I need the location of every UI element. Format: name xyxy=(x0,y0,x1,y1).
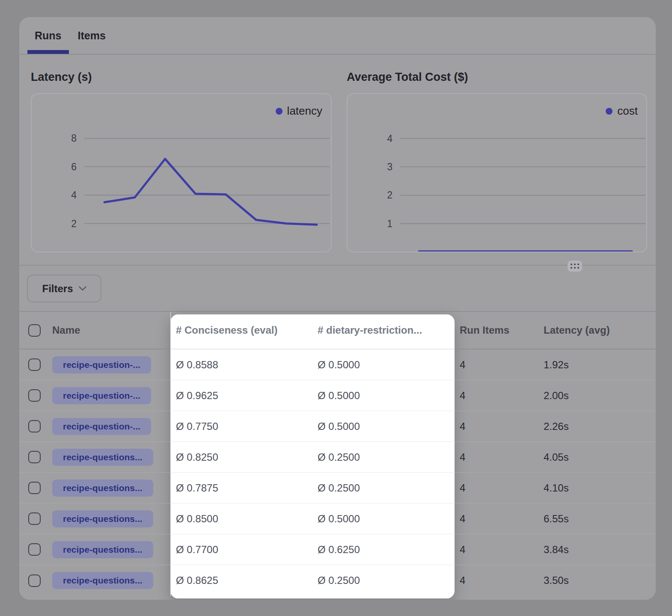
tab-runs-label: Runs xyxy=(35,30,62,42)
tab-items-label: Items xyxy=(78,30,106,42)
run-items-value: 4 xyxy=(455,411,538,442)
latency-value: 2.00s xyxy=(538,380,656,411)
latency-legend-label: latency xyxy=(287,104,322,118)
latency-value: 3.50s xyxy=(538,565,656,596)
table-row: recipe-questions... Ø 0.8625 Ø 0.2500 4 … xyxy=(19,565,656,596)
run-name-pill[interactable]: recipe-question-... xyxy=(52,356,151,373)
filters-button[interactable]: Filters xyxy=(27,275,101,302)
latency-value: 3.84s xyxy=(538,534,656,565)
conciseness-value: Ø 0.8625 xyxy=(170,565,312,596)
run-items-value: 4 xyxy=(455,565,538,596)
cost-chart-title: Average Total Cost ($) xyxy=(347,71,468,84)
row-checkbox[interactable] xyxy=(28,512,41,525)
latency-legend: latency xyxy=(276,104,322,118)
conciseness-value: Ø 0.8250 xyxy=(170,442,312,473)
column-header-name: Name xyxy=(52,312,170,349)
run-name-pill[interactable]: recipe-questions... xyxy=(52,572,153,589)
table-row: recipe-question-... Ø 0.7750 Ø 0.5000 4 … xyxy=(19,411,656,442)
latency-value: 4.05s xyxy=(538,442,656,473)
run-items-value: 4 xyxy=(455,503,538,534)
conciseness-value: Ø 0.7750 xyxy=(170,411,312,442)
latency-legend-dot-icon xyxy=(276,108,282,115)
dietary-value: Ø 0.2500 xyxy=(312,565,455,596)
svg-text:6: 6 xyxy=(71,161,77,172)
latency-chart-title: Latency (s) xyxy=(31,71,92,84)
dietary-value: Ø 0.2500 xyxy=(312,442,455,473)
drag-handle-icon[interactable] xyxy=(568,261,582,272)
svg-text:4: 4 xyxy=(71,190,77,201)
row-checkbox[interactable] xyxy=(28,451,41,463)
run-items-value: 4 xyxy=(455,534,538,565)
table-row: recipe-questions... Ø 0.8250 Ø 0.2500 4 … xyxy=(19,442,656,473)
column-header-run-items: Run Items xyxy=(455,312,538,349)
tab-runs[interactable]: Runs xyxy=(27,17,69,54)
svg-text:8: 8 xyxy=(71,133,77,144)
row-checkbox[interactable] xyxy=(28,389,41,402)
run-items-value: 4 xyxy=(455,473,538,503)
svg-text:2: 2 xyxy=(387,190,392,201)
dietary-value: Ø 0.5000 xyxy=(312,349,455,380)
run-name-pill[interactable]: recipe-questions... xyxy=(52,541,153,558)
cost-chart-card: 1234 cost xyxy=(347,93,647,252)
row-checkbox[interactable] xyxy=(28,575,41,587)
cost-line-chart: 1234 xyxy=(348,94,646,252)
run-name-pill[interactable]: recipe-question-... xyxy=(52,418,151,435)
dietary-value: Ø 0.6250 xyxy=(312,534,455,565)
run-items-value: 4 xyxy=(455,380,538,411)
cost-legend-dot-icon xyxy=(606,108,613,115)
latency-value: 1.92s xyxy=(538,349,656,380)
chevron-down-icon xyxy=(79,286,86,291)
run-items-value: 4 xyxy=(455,349,538,380)
latency-chart-card: 2468 latency xyxy=(31,93,332,252)
column-header-conciseness: # Conciseness (eval) xyxy=(170,312,312,349)
conciseness-value: Ø 0.9625 xyxy=(170,380,312,411)
conciseness-value: Ø 0.8588 xyxy=(170,349,312,380)
run-name-pill[interactable]: recipe-question-... xyxy=(52,387,151,404)
cost-legend: cost xyxy=(606,104,638,118)
run-name-pill[interactable]: recipe-questions... xyxy=(52,480,153,497)
latency-value: 4.10s xyxy=(538,473,656,503)
run-name-pill[interactable]: recipe-questions... xyxy=(52,449,153,466)
dietary-value: Ø 0.2500 xyxy=(312,473,455,503)
cost-legend-label: cost xyxy=(617,104,638,118)
charts-section-divider xyxy=(19,265,656,266)
dietary-value: Ø 0.5000 xyxy=(312,380,455,411)
row-checkbox[interactable] xyxy=(28,482,41,494)
column-header-latency: Latency (avg) xyxy=(538,312,656,349)
table-row: recipe-questions... Ø 0.7875 Ø 0.2500 4 … xyxy=(19,473,656,503)
latency-value: 2.26s xyxy=(538,411,656,442)
column-header-dietary: # dietary-restriction... xyxy=(312,312,455,349)
row-checkbox[interactable] xyxy=(28,420,41,432)
run-name-pill[interactable]: recipe-questions... xyxy=(52,510,153,527)
svg-text:1: 1 xyxy=(387,218,392,229)
svg-text:4: 4 xyxy=(387,133,392,144)
tab-items[interactable]: Items xyxy=(71,17,113,54)
dietary-value: Ø 0.5000 xyxy=(312,503,455,534)
table-row: recipe-question-... Ø 0.8588 Ø 0.5000 4 … xyxy=(19,349,656,380)
row-checkbox[interactable] xyxy=(28,543,41,556)
conciseness-value: Ø 0.8500 xyxy=(170,503,312,534)
conciseness-value: Ø 0.7875 xyxy=(170,473,312,503)
conciseness-value: Ø 0.7700 xyxy=(170,534,312,565)
table-row: recipe-questions... Ø 0.7700 Ø 0.6250 4 … xyxy=(19,534,656,565)
table-row: recipe-questions... Ø 0.8500 Ø 0.5000 4 … xyxy=(19,503,656,534)
dietary-value: Ø 0.5000 xyxy=(312,411,455,442)
filters-button-label: Filters xyxy=(42,283,73,295)
svg-text:3: 3 xyxy=(387,161,392,172)
latency-value: 6.55s xyxy=(538,503,656,534)
latency-line-chart: 2468 xyxy=(32,94,331,252)
runs-table: Name # Conciseness (eval) # dietary-rest… xyxy=(19,311,656,600)
grip-dots-icon xyxy=(571,264,579,269)
tab-bar: Runs Items xyxy=(19,17,656,55)
svg-text:2: 2 xyxy=(71,218,77,229)
table-header-row: Name # Conciseness (eval) # dietary-rest… xyxy=(19,312,656,349)
select-all-checkbox[interactable] xyxy=(28,324,41,337)
run-items-value: 4 xyxy=(455,442,538,473)
table-row: recipe-question-... Ø 0.9625 Ø 0.5000 4 … xyxy=(19,380,656,411)
main-card: Runs Items Latency (s) Average Total Cos… xyxy=(19,17,656,600)
row-checkbox[interactable] xyxy=(28,358,41,371)
page-background: Runs Items Latency (s) Average Total Cos… xyxy=(0,0,672,616)
